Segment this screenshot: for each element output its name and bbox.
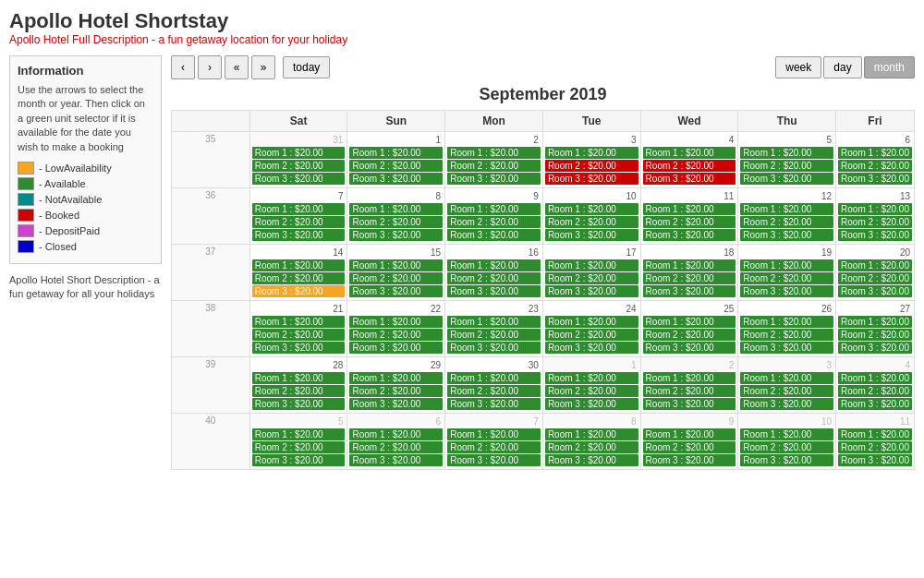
room-entry[interactable]: Room 2 : $20.00	[447, 160, 541, 172]
room-entry[interactable]: Room 2 : $20.00	[447, 272, 541, 284]
next-button[interactable]: ›	[198, 55, 222, 79]
room-entry[interactable]: Room 3 : $20.00	[349, 285, 443, 297]
room-entry[interactable]: Room 1 : $20.00	[643, 147, 736, 159]
room-entry[interactable]: Room 3 : $20.00	[643, 173, 736, 185]
room-entry[interactable]: Room 1 : $20.00	[252, 316, 346, 328]
room-entry[interactable]: Room 1 : $20.00	[545, 147, 638, 159]
room-entry[interactable]: Room 1 : $20.00	[740, 428, 833, 440]
room-entry[interactable]: Room 1 : $20.00	[545, 428, 638, 440]
room-entry[interactable]: Room 1 : $20.00	[740, 259, 833, 271]
room-entry[interactable]: Room 3 : $20.00	[545, 173, 638, 185]
room-entry[interactable]: Room 2 : $20.00	[349, 160, 443, 172]
room-entry[interactable]: Room 2 : $20.00	[545, 216, 638, 228]
room-entry[interactable]: Room 2 : $20.00	[252, 441, 346, 453]
room-entry[interactable]: Room 3 : $20.00	[545, 454, 638, 466]
room-entry[interactable]: Room 1 : $20.00	[252, 147, 346, 159]
room-entry[interactable]: Room 2 : $20.00	[252, 216, 346, 228]
room-entry[interactable]: Room 3 : $20.00	[838, 285, 912, 297]
room-entry[interactable]: Room 3 : $20.00	[838, 342, 912, 354]
room-entry[interactable]: Room 1 : $20.00	[447, 147, 541, 159]
room-entry[interactable]: Room 1 : $20.00	[252, 372, 346, 384]
room-entry[interactable]: Room 3 : $20.00	[643, 229, 736, 241]
room-entry[interactable]: Room 3 : $20.00	[349, 173, 443, 185]
room-entry[interactable]: Room 2 : $20.00	[349, 385, 443, 397]
room-entry[interactable]: Room 2 : $20.00	[545, 385, 638, 397]
room-entry[interactable]: Room 2 : $20.00	[545, 272, 638, 284]
room-entry[interactable]: Room 1 : $20.00	[643, 203, 736, 215]
room-entry[interactable]: Room 1 : $20.00	[349, 428, 443, 440]
room-entry[interactable]: Room 3 : $20.00	[740, 342, 833, 354]
room-entry[interactable]: Room 2 : $20.00	[545, 329, 638, 341]
room-entry[interactable]: Room 2 : $20.00	[447, 329, 541, 341]
room-entry[interactable]: Room 3 : $20.00	[838, 454, 912, 466]
room-entry[interactable]: Room 3 : $20.00	[252, 398, 346, 410]
room-entry[interactable]: Room 1 : $20.00	[740, 203, 833, 215]
room-entry[interactable]: Room 3 : $20.00	[740, 454, 833, 466]
room-entry[interactable]: Room 2 : $20.00	[838, 385, 912, 397]
room-entry[interactable]: Room 2 : $20.00	[252, 329, 346, 341]
room-entry[interactable]: Room 1 : $20.00	[349, 372, 443, 384]
room-entry[interactable]: Room 3 : $20.00	[838, 173, 912, 185]
room-entry[interactable]: Room 1 : $20.00	[447, 428, 541, 440]
room-entry[interactable]: Room 1 : $20.00	[252, 259, 346, 271]
room-entry[interactable]: Room 2 : $20.00	[349, 216, 443, 228]
room-entry[interactable]: Room 3 : $20.00	[252, 229, 346, 241]
room-entry[interactable]: Room 1 : $20.00	[838, 372, 912, 384]
room-entry[interactable]: Room 1 : $20.00	[447, 203, 541, 215]
room-entry[interactable]: Room 2 : $20.00	[545, 441, 638, 453]
room-entry[interactable]: Room 1 : $20.00	[643, 259, 736, 271]
room-entry[interactable]: Room 1 : $20.00	[252, 428, 346, 440]
room-entry[interactable]: Room 3 : $20.00	[349, 398, 443, 410]
room-entry[interactable]: Room 3 : $20.00	[447, 229, 541, 241]
room-entry[interactable]: Room 3 : $20.00	[349, 342, 443, 354]
room-entry[interactable]: Room 3 : $20.00	[838, 398, 912, 410]
room-entry[interactable]: Room 2 : $20.00	[447, 216, 541, 228]
room-entry[interactable]: Room 3 : $20.00	[643, 398, 736, 410]
today-button[interactable]: today	[283, 56, 330, 78]
room-entry[interactable]: Room 2 : $20.00	[838, 329, 912, 341]
room-entry[interactable]: Room 1 : $20.00	[349, 316, 443, 328]
room-entry[interactable]: Room 3 : $20.00	[740, 398, 833, 410]
day-view-button[interactable]: day	[823, 56, 861, 78]
room-entry[interactable]: Room 3 : $20.00	[252, 454, 346, 466]
room-entry[interactable]: Room 1 : $20.00	[545, 259, 638, 271]
room-entry[interactable]: Room 3 : $20.00	[447, 342, 541, 354]
room-entry[interactable]: Room 2 : $20.00	[838, 441, 912, 453]
room-entry[interactable]: Room 3 : $20.00	[740, 229, 833, 241]
room-entry[interactable]: Room 1 : $20.00	[447, 259, 541, 271]
room-entry[interactable]: Room 3 : $20.00	[252, 285, 346, 297]
room-entry[interactable]: Room 2 : $20.00	[838, 272, 912, 284]
room-entry[interactable]: Room 3 : $20.00	[838, 229, 912, 241]
room-entry[interactable]: Room 2 : $20.00	[252, 385, 346, 397]
room-entry[interactable]: Room 2 : $20.00	[545, 160, 638, 172]
month-view-button[interactable]: month	[864, 56, 915, 78]
room-entry[interactable]: Room 3 : $20.00	[447, 173, 541, 185]
room-entry[interactable]: Room 2 : $20.00	[643, 216, 736, 228]
room-entry[interactable]: Room 2 : $20.00	[447, 441, 541, 453]
room-entry[interactable]: Room 3 : $20.00	[545, 398, 638, 410]
room-entry[interactable]: Room 1 : $20.00	[545, 203, 638, 215]
room-entry[interactable]: Room 3 : $20.00	[252, 173, 346, 185]
room-entry[interactable]: Room 1 : $20.00	[643, 372, 736, 384]
room-entry[interactable]: Room 2 : $20.00	[838, 160, 912, 172]
room-entry[interactable]: Room 3 : $20.00	[545, 342, 638, 354]
room-entry[interactable]: Room 2 : $20.00	[740, 329, 833, 341]
room-entry[interactable]: Room 1 : $20.00	[740, 147, 833, 159]
room-entry[interactable]: Room 2 : $20.00	[838, 216, 912, 228]
room-entry[interactable]: Room 2 : $20.00	[643, 329, 736, 341]
room-entry[interactable]: Room 3 : $20.00	[643, 342, 736, 354]
room-entry[interactable]: Room 2 : $20.00	[740, 160, 833, 172]
room-entry[interactable]: Room 1 : $20.00	[740, 316, 833, 328]
room-entry[interactable]: Room 2 : $20.00	[740, 441, 833, 453]
next-next-button[interactable]: »	[251, 55, 275, 79]
room-entry[interactable]: Room 1 : $20.00	[447, 372, 541, 384]
room-entry[interactable]: Room 3 : $20.00	[447, 454, 541, 466]
room-entry[interactable]: Room 3 : $20.00	[447, 285, 541, 297]
room-entry[interactable]: Room 3 : $20.00	[740, 285, 833, 297]
room-entry[interactable]: Room 2 : $20.00	[252, 160, 346, 172]
room-entry[interactable]: Room 2 : $20.00	[349, 441, 443, 453]
prev-prev-button[interactable]: «	[225, 55, 249, 79]
room-entry[interactable]: Room 1 : $20.00	[838, 147, 912, 159]
room-entry[interactable]: Room 3 : $20.00	[545, 285, 638, 297]
room-entry[interactable]: Room 1 : $20.00	[349, 203, 443, 215]
